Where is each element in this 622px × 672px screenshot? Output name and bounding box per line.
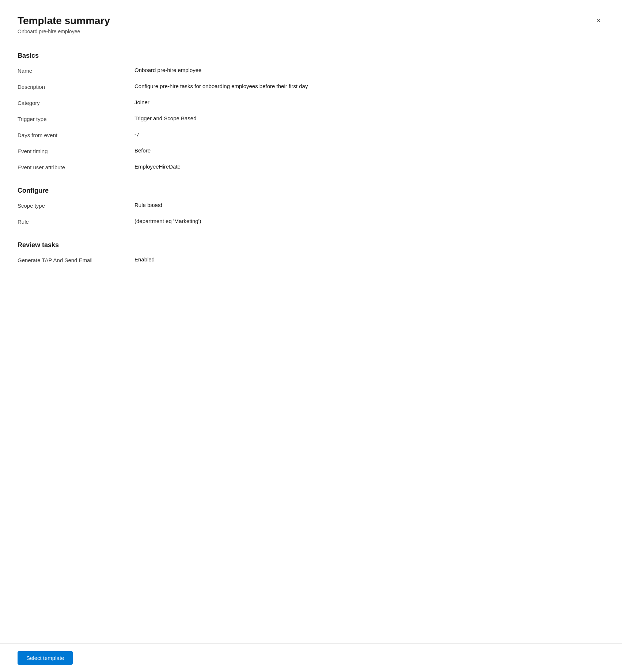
field-value-generate-tap: Enabled	[134, 256, 604, 263]
field-row-category: Category Joiner	[18, 99, 604, 109]
field-row-name: Name Onboard pre-hire employee	[18, 67, 604, 77]
field-row-trigger-type: Trigger type Trigger and Scope Based	[18, 115, 604, 125]
field-value-rule: (department eq 'Marketing')	[134, 218, 604, 224]
panel-header: Template summary Onboard pre-hire employ…	[18, 15, 604, 34]
panel-subtitle: Onboard pre-hire employee	[18, 29, 110, 34]
header-text: Template summary Onboard pre-hire employ…	[18, 15, 110, 34]
field-value-description: Configure pre-hire tasks for onboarding …	[134, 83, 604, 89]
basics-section: Basics Name Onboard pre-hire employee De…	[18, 52, 604, 174]
field-value-event-timing: Before	[134, 147, 604, 154]
configure-section: Configure Scope type Rule based Rule (de…	[18, 187, 604, 228]
field-label-scope-type: Scope type	[18, 202, 134, 209]
panel-title: Template summary	[18, 15, 110, 27]
field-row-days-from-event: Days from event -7	[18, 131, 604, 141]
basics-section-title: Basics	[18, 52, 604, 60]
review-tasks-section: Review tasks Generate TAP And Send Email…	[18, 241, 604, 267]
field-value-name: Onboard pre-hire employee	[134, 67, 604, 73]
template-summary-panel: Template summary Onboard pre-hire employ…	[0, 0, 622, 672]
field-row-rule: Rule (department eq 'Marketing')	[18, 218, 604, 228]
field-label-name: Name	[18, 67, 134, 74]
close-button[interactable]: ×	[593, 15, 604, 26]
field-row-event-user-attribute: Event user attribute EmployeeHireDate	[18, 163, 604, 174]
field-row-scope-type: Scope type Rule based	[18, 202, 604, 212]
review-tasks-section-title: Review tasks	[18, 241, 604, 249]
field-value-event-user-attribute: EmployeeHireDate	[134, 163, 604, 170]
field-label-generate-tap: Generate TAP And Send Email	[18, 256, 134, 263]
configure-section-title: Configure	[18, 187, 604, 195]
field-row-generate-tap: Generate TAP And Send Email Enabled	[18, 256, 604, 267]
field-row-description: Description Configure pre-hire tasks for…	[18, 83, 604, 93]
field-value-days-from-event: -7	[134, 131, 604, 137]
field-value-scope-type: Rule based	[134, 202, 604, 208]
field-label-trigger-type: Trigger type	[18, 115, 134, 122]
field-value-category: Joiner	[134, 99, 604, 105]
field-row-event-timing: Event timing Before	[18, 147, 604, 158]
field-label-description: Description	[18, 83, 134, 90]
close-icon: ×	[596, 16, 601, 25]
field-label-category: Category	[18, 99, 134, 106]
field-label-rule: Rule	[18, 218, 134, 225]
field-value-trigger-type: Trigger and Scope Based	[134, 115, 604, 121]
select-template-button[interactable]: Select template	[18, 651, 73, 665]
field-label-event-user-attribute: Event user attribute	[18, 163, 134, 170]
footer: Select template	[0, 643, 622, 672]
field-label-days-from-event: Days from event	[18, 131, 134, 138]
field-label-event-timing: Event timing	[18, 147, 134, 154]
